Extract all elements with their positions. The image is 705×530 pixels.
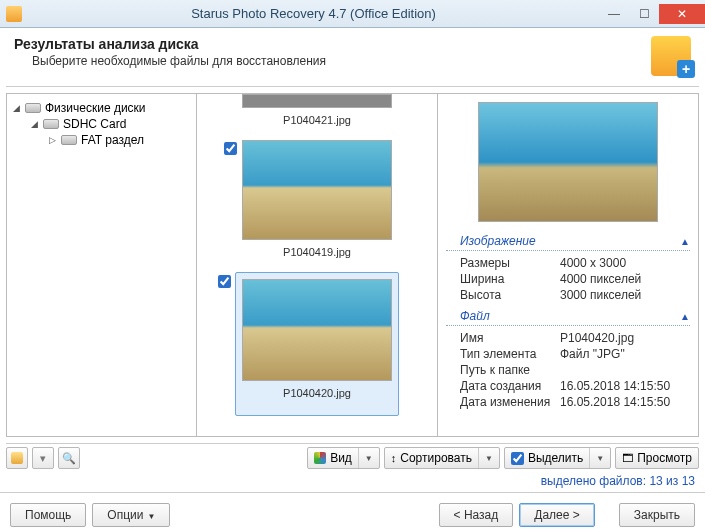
prop-key: Размеры <box>460 256 560 270</box>
filter-button[interactable] <box>6 447 28 469</box>
footer: Помощь Опции▼ < Назад Далее > Закрыть <box>0 492 705 530</box>
chevron-down-icon: ▼ <box>147 512 155 521</box>
thumbnail-filename: P1040420.jpg <box>242 381 392 409</box>
tree-label: FAT раздел <box>81 133 144 147</box>
section-header-file[interactable]: Файл ▲ <box>446 307 690 326</box>
expand-icon[interactable]: ◢ <box>29 119 39 129</box>
prop-key: Ширина <box>460 272 560 286</box>
app-icon <box>6 6 22 22</box>
prop-key: Тип элемента <box>460 347 560 361</box>
list-item[interactable]: P1040421.jpg <box>242 94 392 136</box>
card-icon <box>43 119 59 129</box>
section-header-image[interactable]: Изображение ▲ <box>446 232 690 251</box>
prop-value: 16.05.2018 14:15:50 <box>560 395 670 409</box>
close-wizard-button[interactable]: Закрыть <box>619 503 695 527</box>
maximize-button[interactable]: ☐ <box>629 4 659 24</box>
prop-key: Дата изменения <box>460 395 560 409</box>
thumbnail-checkbox[interactable] <box>218 275 231 288</box>
status-bar: выделено файлов: 13 из 13 <box>0 472 705 492</box>
list-item[interactable]: P1040419.jpg <box>242 140 392 268</box>
window-title: Starus Photo Recovery 4.7 (Office Editio… <box>28 6 599 21</box>
prop-key: Имя <box>460 331 560 345</box>
thumbnail-image[interactable] <box>242 279 392 381</box>
prop-value: P1040420.jpg <box>560 331 634 345</box>
titlebar: Starus Photo Recovery 4.7 (Office Editio… <box>0 0 705 28</box>
thumbnail-checkbox[interactable] <box>224 142 237 155</box>
collapse-icon[interactable]: ▲ <box>680 311 690 322</box>
select-all-checkbox[interactable] <box>511 452 524 465</box>
toolbar: ▾ 🔍 Вид ▼ ↕Сортировать ▼ Выделить ▼ 🗔Про… <box>6 443 699 472</box>
magnifier-icon: 🔍 <box>62 452 76 465</box>
status-label: выделено файлов: <box>541 474 646 488</box>
back-button[interactable]: < Назад <box>439 503 514 527</box>
options-button[interactable]: Опции▼ <box>92 503 170 527</box>
view-dropdown[interactable]: Вид ▼ <box>307 447 380 469</box>
chevron-down-icon[interactable]: ▼ <box>485 454 493 463</box>
collapse-icon[interactable]: ▲ <box>680 236 690 247</box>
expand-icon[interactable]: ◢ <box>11 103 21 113</box>
sort-dropdown[interactable]: ↕Сортировать ▼ <box>384 447 500 469</box>
wizard-icon <box>651 36 691 76</box>
preview-icon: 🗔 <box>622 452 633 464</box>
tree-node-partition[interactable]: ▷ FAT раздел <box>47 132 192 148</box>
expand-icon[interactable]: ▷ <box>47 135 57 145</box>
preview-image[interactable] <box>478 102 658 222</box>
thumbnail-filename: P1040419.jpg <box>242 240 392 268</box>
tree-label: Физические диски <box>45 101 146 115</box>
page-subtitle: Выберите необходимые файлы для восстанов… <box>32 54 651 68</box>
view-icon <box>314 452 326 464</box>
chevron-down-icon[interactable]: ▼ <box>596 454 604 463</box>
prop-value: 16.05.2018 14:15:50 <box>560 379 670 393</box>
page-title: Результаты анализа диска <box>14 36 651 52</box>
thumbnail-list[interactable]: P1040421.jpg P1040419.jpg P1040420.jpg <box>197 94 438 436</box>
status-value: 13 из 13 <box>649 474 695 488</box>
tree-label: SDHC Card <box>63 117 126 131</box>
page-header: Результаты анализа диска Выберите необхо… <box>0 28 705 86</box>
details-panel: Изображение ▲ Размеры4000 x 3000 Ширина4… <box>438 94 698 436</box>
search-button[interactable]: 🔍 <box>58 447 80 469</box>
prop-key: Путь к папке <box>460 363 560 377</box>
funnel-button[interactable]: ▾ <box>32 447 54 469</box>
main-content: ◢ Физические диски ◢ SDHC Card ▷ FAT раз… <box>6 93 699 437</box>
preview-button[interactable]: 🗔Просмотр <box>615 447 699 469</box>
prop-value: Файл "JPG" <box>560 347 625 361</box>
list-item-selected[interactable]: P1040420.jpg <box>235 272 399 416</box>
tree-root[interactable]: ◢ Физические диски <box>11 100 192 116</box>
close-button[interactable]: ✕ <box>659 4 705 24</box>
prop-value: 4000 x 3000 <box>560 256 626 270</box>
next-button[interactable]: Далее > <box>519 503 595 527</box>
disk-tree[interactable]: ◢ Физические диски ◢ SDHC Card ▷ FAT раз… <box>7 94 197 436</box>
funnel-icon: ▾ <box>40 452 46 465</box>
sort-icon: ↕ <box>391 452 397 464</box>
partition-icon <box>61 135 77 145</box>
thumbnail-filename: P1040421.jpg <box>242 108 392 136</box>
folder-icon <box>11 452 23 464</box>
help-button[interactable]: Помощь <box>10 503 86 527</box>
minimize-button[interactable]: — <box>599 4 629 24</box>
thumbnail-image[interactable] <box>242 140 392 240</box>
disk-icon <box>25 103 41 113</box>
tree-node-sdhc[interactable]: ◢ SDHC Card <box>29 116 192 132</box>
thumbnail-image[interactable] <box>242 94 392 108</box>
prop-value: 3000 пикселей <box>560 288 641 302</box>
prop-key: Дата создания <box>460 379 560 393</box>
prop-key: Высота <box>460 288 560 302</box>
prop-value: 4000 пикселей <box>560 272 641 286</box>
chevron-down-icon[interactable]: ▼ <box>365 454 373 463</box>
select-dropdown[interactable]: Выделить ▼ <box>504 447 611 469</box>
